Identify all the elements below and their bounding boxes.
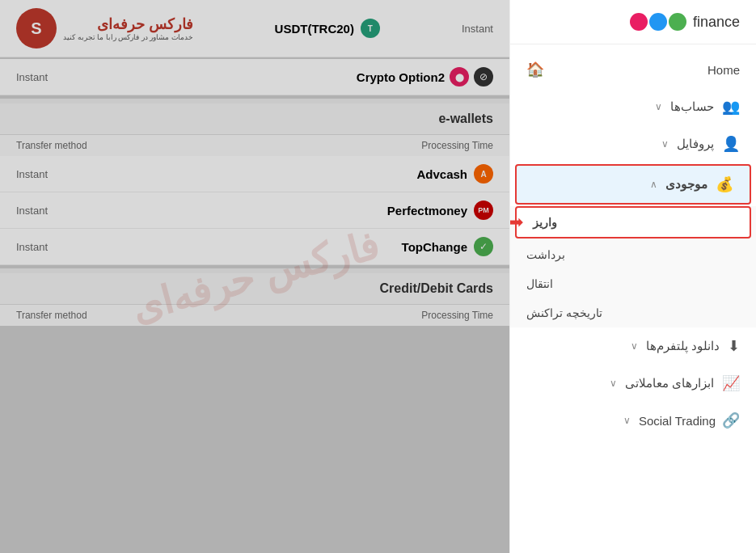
brand-header: finance [510, 0, 756, 44]
sidebar-item-transfer[interactable]: انتقال [510, 269, 756, 298]
brand-circle-pink [630, 13, 648, 31]
tools-icon: 📈 [722, 374, 740, 392]
balance-submenu: ➡ واریز برداشت انتقال تاریخچه تراکنش [510, 206, 756, 327]
social-chevron: ∨ [623, 415, 631, 426]
ewallets-col-headers: Transfer method Processing Time [0, 135, 509, 156]
cards-col-headers: Transfer method Processing Time [0, 305, 509, 326]
logo-icon: S [16, 8, 57, 49]
pm-icon: PM [474, 201, 493, 220]
accounts-icon: 👥 [722, 98, 740, 116]
cards-transfer-label: Transfer method [16, 310, 87, 321]
usdt-icon: T [361, 19, 380, 38]
crypto-label: Crypto Option2 [357, 70, 445, 84]
crypto-option-row: Crypto Option2 ⬤ ⊘ [357, 67, 493, 87]
accounts-label: حساب‌ها [670, 99, 714, 114]
balance-label: موجودی [665, 177, 707, 192]
instant-label-1: Instant [462, 23, 493, 35]
logo: S فارکس حرفه‌ای خدمات مشاور در فارکس راب… [16, 8, 193, 49]
transfer-method-label: Transfer method [16, 140, 87, 151]
sidebar-item-balance[interactable]: 💰 موجودی ∧ [517, 166, 750, 203]
profile-label: پروفایل [677, 137, 714, 151]
history-label: تاریخچه تراکنش [526, 306, 602, 319]
tc-time: Instant [16, 241, 48, 253]
sidebar-item-home[interactable]: 🏠 Home [510, 51, 756, 88]
download-label: دانلود پلتفرم‌ها [646, 339, 720, 353]
logo-subtitle: خدمات مشاور در فارکس رابا ما تجربه کنید [63, 33, 193, 41]
variz-container: ➡ واریز [515, 206, 751, 239]
usdt-row: USDT(TRC20) T [275, 19, 380, 38]
brand-logo [630, 13, 686, 31]
instant-label-2: Instant [16, 71, 48, 83]
download-chevron: ∨ [631, 340, 638, 352]
left-panel: S فارکس حرفه‌ای خدمات مشاور در فارکس راب… [0, 0, 509, 553]
cards-processing-label: Processing Time [421, 310, 493, 321]
sidebar-item-tools[interactable]: 📈 ابزارهای معاملاتی ∨ [510, 365, 756, 402]
home-label: Home [707, 63, 740, 77]
deposit-label: واریز [533, 216, 557, 229]
processing-time-label: Processing Time [421, 140, 493, 151]
sidebar-item-history[interactable]: تاریخچه تراکنش [510, 298, 756, 327]
usdt-label: USDT(TRC20) [275, 22, 354, 36]
balance-section: 💰 موجودی ∧ [515, 164, 751, 205]
advcash-row: Instant Advcash A [0, 156, 509, 192]
pm-label: Perfectmoney [387, 204, 467, 217]
crypto-icon2: ⊘ [474, 67, 493, 87]
ewallets-header: e-wallets [0, 99, 509, 135]
sidebar-nav: 🏠 Home 👥 حساب‌ها ∨ 👤 پروفایل ∨ 💰 موجودی … [510, 44, 756, 553]
tools-label: ابزارهای معاملاتی [625, 376, 714, 390]
tc-label: TopChange [402, 240, 467, 254]
transfer-label: انتقال [526, 277, 553, 290]
cards-header: Credit/Debit Cards [0, 268, 509, 305]
social-icon: 🔗 [722, 412, 740, 429]
withdraw-label: برداشت [526, 248, 565, 261]
advcash-label: Advcash [416, 167, 467, 181]
advcash-icon: A [474, 164, 493, 184]
tc-icon: ✓ [474, 237, 493, 256]
sidebar-item-withdraw[interactable]: برداشت [510, 240, 756, 269]
topchange-row: Instant TopChange ✓ [0, 229, 509, 265]
balance-chevron: ∧ [650, 179, 657, 190]
home-icon: 🏠 [526, 61, 544, 78]
sidebar-item-deposit[interactable]: واریز [515, 206, 751, 239]
brand-name: finance [693, 14, 740, 31]
tools-chevron: ∨ [610, 378, 617, 389]
balance-icon: 💰 [716, 175, 733, 193]
sidebar-item-accounts[interactable]: 👥 حساب‌ها ∨ [510, 88, 756, 125]
social-label: Social Trading [639, 414, 716, 428]
brand-circle-blue [649, 13, 667, 31]
sidebar-item-profile[interactable]: 👤 پروفایل ∨ [510, 125, 756, 163]
logo-title: فارکس حرفه‌ای [97, 15, 193, 33]
profile-icon: 👤 [722, 135, 740, 153]
sidebar-item-download[interactable]: ⬇ دانلود پلتفرم‌ها ∨ [510, 327, 756, 365]
sidebar-item-social[interactable]: ∨ Social Trading 🔗 [510, 402, 756, 439]
brand-circle-green [669, 13, 686, 31]
crypto-icon1: ⬤ [450, 67, 469, 87]
profile-chevron: ∨ [661, 138, 669, 150]
perfectmoney-row: Instant Perfectmoney PM [0, 192, 509, 229]
advcash-time: Instant [16, 168, 48, 180]
right-panel: finance 🏠 Home 👥 حساب‌ها ∨ 👤 پروفایل ∨ 💰… [509, 0, 756, 553]
accounts-chevron: ∨ [655, 101, 662, 112]
pm-time: Instant [16, 205, 48, 217]
download-icon: ⬇ [728, 337, 740, 355]
